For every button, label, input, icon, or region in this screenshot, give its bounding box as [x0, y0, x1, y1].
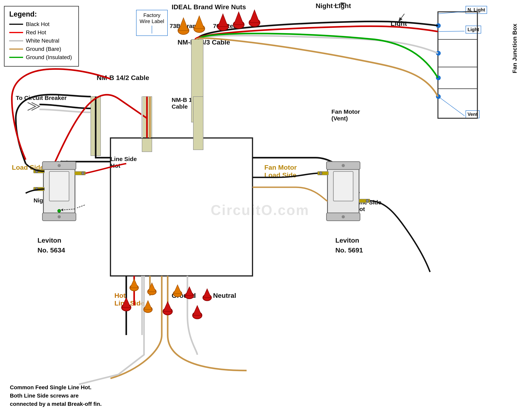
- svg-marker-26: [122, 298, 130, 308]
- svg-point-45: [58, 209, 61, 212]
- wiring-diagram-svg: [0, 0, 520, 420]
- svg-point-37: [58, 164, 61, 167]
- svg-marker-30: [193, 306, 202, 315]
- svg-line-48: [77, 205, 85, 208]
- svg-point-58: [366, 199, 369, 202]
- svg-rect-60: [193, 97, 203, 150]
- fan-junction-box-rect: [438, 12, 477, 118]
- svg-marker-20: [250, 10, 260, 23]
- svg-marker-62: [130, 279, 138, 288]
- svg-point-56: [319, 172, 322, 175]
- svg-point-38: [58, 215, 61, 218]
- svg-marker-28: [163, 301, 172, 311]
- svg-point-44: [82, 172, 84, 175]
- svg-marker-14: [194, 16, 204, 29]
- svg-rect-34: [49, 172, 69, 201]
- svg-line-9: [438, 97, 465, 116]
- svg-rect-50: [333, 172, 353, 201]
- diagram-container: Legend: Black Hot Red Hot White Neutral …: [0, 0, 520, 420]
- svg-marker-32: [144, 300, 152, 309]
- main-junction-box: [110, 138, 252, 276]
- svg-marker-12: [178, 18, 188, 30]
- svg-line-22: [398, 14, 404, 22]
- svg-marker-70: [203, 289, 211, 298]
- svg-marker-18: [234, 12, 244, 25]
- svg-point-54: [342, 215, 345, 218]
- svg-marker-66: [174, 285, 182, 294]
- svg-line-8: [438, 31, 465, 31]
- svg-point-53: [342, 164, 345, 167]
- svg-line-21: [333, 3, 345, 6]
- svg-marker-16: [218, 14, 228, 27]
